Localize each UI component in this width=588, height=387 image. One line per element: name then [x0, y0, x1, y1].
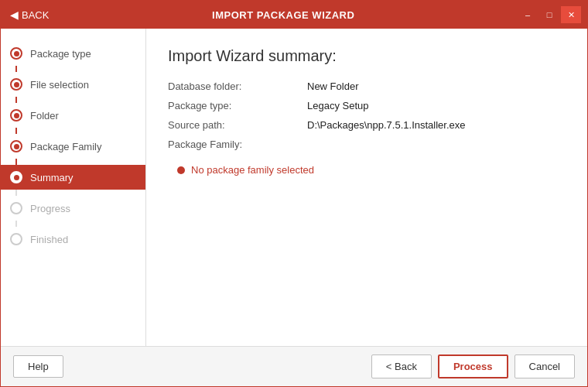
db-folder-value: New Folder [307, 80, 358, 92]
main-panel: Import Wizard summary: Database folder: … [146, 29, 587, 346]
package-family-row: Package Family: [168, 139, 566, 156]
sidebar-item-finished: Finished [1, 227, 145, 252]
connector-5 [15, 190, 17, 196]
process-button[interactable]: Process [438, 354, 508, 378]
connector-3 [15, 128, 17, 134]
package-family-label: Package Family: [168, 139, 307, 150]
step-circle-summary [10, 171, 22, 183]
step-label-folder: Folder [30, 110, 59, 122]
connector-6 [15, 221, 17, 227]
connector-1 [15, 66, 17, 72]
back-arrow-icon: ◀ [10, 9, 19, 21]
summary-table: Database folder: New Folder Package type… [168, 80, 566, 131]
step-label-finished: Finished [30, 234, 68, 245]
step-circle-package-family [10, 140, 22, 152]
step-label-file-selection: File selection [30, 79, 89, 91]
step-label-package-type: Package type [30, 48, 91, 60]
summary-row-db-folder: Database folder: New Folder [168, 80, 566, 92]
step-circle-finished [10, 233, 22, 245]
back-label: BACK [22, 9, 49, 21]
titlebar: ◀ BACK IMPORT PACKAGE WIZARD – □ ✕ [1, 1, 587, 29]
titlebar-title: IMPORT PACKAGE WIZARD [212, 9, 354, 21]
step-label-summary: Summary [30, 172, 74, 183]
summary-row-pkg-type: Package type: Legacy Setup [168, 100, 566, 111]
maximize-button[interactable]: □ [539, 6, 559, 23]
sidebar-item-package-type[interactable]: Package type [1, 41, 145, 66]
sidebar-item-summary[interactable]: Summary [1, 165, 145, 190]
source-path-label: Source path: [168, 119, 307, 131]
close-button[interactable]: ✕ [561, 6, 581, 23]
sidebar: Package type File selection Folder [1, 29, 146, 346]
db-folder-label: Database folder: [168, 80, 307, 92]
window: ◀ BACK IMPORT PACKAGE WIZARD – □ ✕ Packa… [0, 0, 588, 387]
help-button[interactable]: Help [13, 355, 63, 378]
back-button[interactable]: ◀ BACK [10, 9, 49, 21]
summary-title: Import Wizard summary: [168, 47, 566, 65]
step-label-progress: Progress [30, 203, 70, 214]
content-area: Package type File selection Folder [1, 29, 587, 346]
step-circle-progress [10, 202, 22, 214]
step-circle-package-type [10, 47, 22, 60]
summary-row-source-path: Source path: D:\Packages\npp.7.5.1.Insta… [168, 119, 566, 131]
footer-right: < Back Process Cancel [371, 354, 575, 378]
source-path-value: D:\Packages\npp.7.5.1.Installer.exe [307, 119, 466, 131]
minimize-button[interactable]: – [518, 6, 538, 23]
sidebar-item-folder[interactable]: Folder [1, 103, 145, 128]
warning-icon [177, 166, 185, 174]
sidebar-item-package-family[interactable]: Package Family [1, 134, 145, 159]
no-family-text: No package family selected [191, 164, 314, 176]
pkg-type-value: Legacy Setup [307, 100, 369, 111]
cancel-button[interactable]: Cancel [514, 354, 575, 378]
titlebar-controls: – □ ✕ [518, 6, 581, 23]
connector-4 [15, 159, 17, 165]
footer: Help < Back Process Cancel [1, 346, 587, 386]
step-label-package-family: Package Family [30, 141, 101, 152]
no-family-message: No package family selected [168, 164, 566, 176]
package-family-section: Package Family: No package family select… [168, 139, 566, 176]
step-circle-folder [10, 109, 22, 122]
back-wizard-button[interactable]: < Back [371, 354, 432, 378]
sidebar-item-file-selection[interactable]: File selection [1, 72, 145, 97]
connector-2 [15, 97, 17, 103]
sidebar-item-progress: Progress [1, 196, 145, 221]
titlebar-left: ◀ BACK [10, 9, 49, 21]
pkg-type-label: Package type: [168, 100, 307, 111]
step-circle-file-selection [10, 78, 22, 91]
